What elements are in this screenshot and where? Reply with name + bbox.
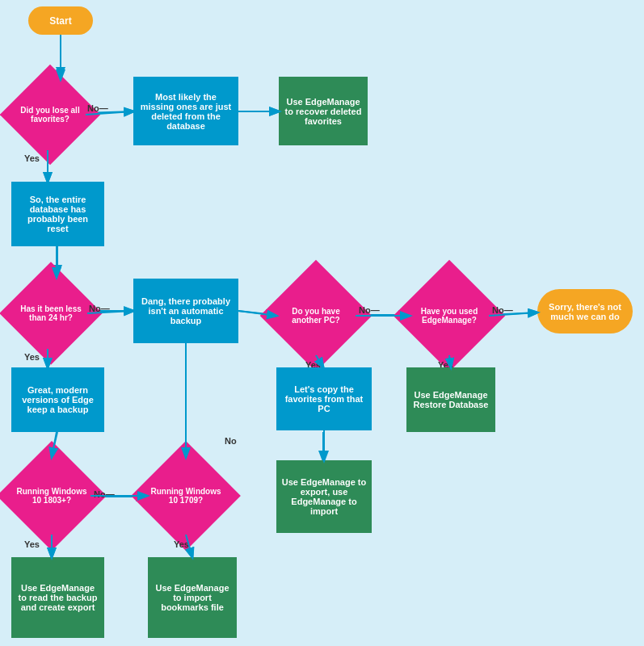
no6-label: No: [225, 436, 237, 446]
running-1709-node: Running Windows 10 1709?: [131, 441, 241, 551]
yes5-label: Yes: [24, 539, 40, 549]
start-node: Start: [28, 6, 93, 35]
lets-copy-node: Let's copy the favorites from that PC: [276, 367, 372, 430]
entire-database-node: So, the entire database has probably bee…: [11, 182, 104, 246]
use-edge-recover-node: Use EdgeManage to recover deleted favori…: [279, 77, 368, 145]
yes6-label: Yes: [174, 539, 189, 549]
use-edge-export-import-node: Use EdgeManage to export, use EdgeManage…: [276, 460, 372, 533]
used-edgemanage-node: Have you used EdgeManage?: [394, 260, 506, 372]
use-edgemanage-restore-node: Use EdgeManage Restore Database: [406, 367, 495, 432]
flowchart: Start Did you lose all favorites? No— Ye…: [0, 0, 644, 646]
most-likely-node: Most likely the missing ones are just de…: [133, 77, 238, 145]
running-1803-node: Running Windows 10 1803+?: [0, 441, 107, 551]
use-edge-read-backup-node: Use EdgeManage to read the backup and cr…: [11, 557, 104, 638]
yes1-label: Yes: [24, 153, 40, 163]
yes2-label: Yes: [24, 352, 40, 362]
great-backup-node: Great, modern versions of Edge keep a ba…: [11, 367, 104, 432]
no5-label: No—: [94, 489, 115, 499]
no2-label: No—: [89, 304, 110, 313]
less-24hr-node: Has it been less than 24 hr?: [0, 262, 103, 364]
sorry-node: Sorry, there's not much we can do: [537, 289, 633, 333]
another-pc-node: Do you have another PC?: [260, 260, 373, 372]
no4-label: No—: [492, 305, 513, 315]
dang-no-backup-node: Dang, there probably isn't an automatic …: [133, 279, 238, 343]
use-edge-import-bookmarks-node: Use EdgeManage to import bookmarks file: [148, 557, 237, 638]
did-you-lose-node: Did you lose all favorites?: [0, 65, 100, 165]
no1-label: No—: [87, 103, 108, 113]
no3-label: No—: [359, 305, 380, 315]
